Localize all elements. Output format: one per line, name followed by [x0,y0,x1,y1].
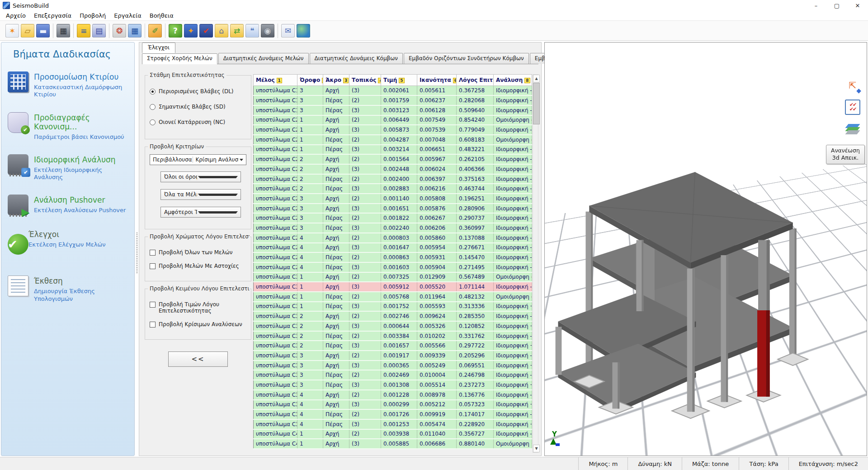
table-row[interactable]: υποστύλωμα C33Πέρας (3)0.0013080.005514 … [254,380,532,390]
sidebar-step-code-requirements[interactable]: Προδιαγραφές Κανονισμ... Παράμετροι βάσε… [8,112,130,141]
table-row[interactable]: υποστύλωμα C13Αρχή (3)0.0020610.005611 0… [254,86,532,96]
display-options-brush-icon[interactable]: ✐ [148,24,162,38]
column-header[interactable]: Λόγος Επιτελ7 [457,75,494,86]
processor-settings-icon[interactable]: ▦ [57,24,70,38]
table-row[interactable]: υποστύλωμα C13Πέρας (3)0.0031230.006128 … [254,105,532,115]
table-row[interactable]: υποστύλωμα C41Αρχή (3)0.0058850.006686 0… [254,439,532,449]
subtab[interactable]: Στροφές Χορδής Μελών [142,53,217,64]
subtab[interactable]: Διατμητικές Δυνάμεις Μελών [218,53,309,64]
open-project-icon[interactable]: ▱ [21,24,34,38]
email-support-icon[interactable]: ✉ [281,24,295,38]
menu-item[interactable]: Επεξεργασία [30,11,75,20]
column-header[interactable]: Ανάλυση8 [494,75,532,86]
sidebar-step-building-modelling[interactable]: Προσομοίωση Κτιρίου Κατασκευαστική Διαμό… [8,71,130,99]
table-row[interactable]: υποστύλωμα C31Πέρας (3)0.0017520.005593 … [254,302,532,312]
sidebar-step-report[interactable]: Έκθεση Δημιουργία Έκθεσης Υπολογισμών [8,275,130,303]
table-row[interactable]: υποστύλωμα C33Πέρας (2)0.0024690.010004 … [254,370,532,380]
sidebar-step-checks[interactable]: Έλεγχοι Εκτέλεση Ελέγχων Μελών [8,229,130,262]
scrollbar-thumb[interactable] [533,83,540,124]
table-row[interactable]: υποστύλωμα C22Πέρας (3)0.0028830.006216 … [254,184,532,194]
table-row[interactable]: υποστύλωμα C24Πέρας (2)0.0008630.005931 … [254,252,532,262]
table-row[interactable]: υποστύλωμα C21Αρχή (2)0.0064490.007549 0… [254,115,532,125]
frame-sections-icon[interactable]: ≡ [77,24,90,38]
table-row[interactable]: υποστύλωμα C31Αρχή (2)0.0073250.012909 0… [254,272,532,282]
column-header[interactable]: Όροφο2 [297,75,323,86]
table-row[interactable]: υποστύλωμα C22Αρχή (2)0.0015640.005967 0… [254,154,532,164]
table-row[interactable]: υποστύλωμα C22Αρχή (3)0.0024480.006024 0… [254,164,532,174]
calculator-icon[interactable]: ▦ [128,24,142,38]
menu-item[interactable]: Βοήθεια [146,11,178,20]
forum-icon[interactable]: ❝ [245,24,259,38]
filter-checkbox[interactable]: Προβολή Τιμών Λόγου Επιτελεστικότητας [150,301,246,314]
table-row[interactable]: υποστύλωμα C22Πέρας (2)0.0024000.006397 … [254,174,532,184]
refresh-3d-button[interactable]: Ανανέωση 3d Απεικ. [826,145,865,164]
step-subtitle[interactable]: Εκτέλεση Ελέγχων Μελών [28,241,106,248]
tab-checks[interactable]: Έλεγχοι [142,43,175,53]
table-row[interactable]: υποστύλωμα C33Αρχή (2)0.0019170.009339 0… [254,351,532,361]
performance-level-radio[interactable]: Περιορισμένες Βλάβες (DL) [150,88,246,95]
table-row[interactable]: υποστύλωμα C34Πέρας (3)0.0012530.005474 … [254,419,532,429]
table-row[interactable]: υποστύλωμα C34Αρχή (2)0.0012280.008978 0… [254,390,532,400]
scroll-down-icon[interactable]: ▼ [533,445,540,452]
filter-checkbox[interactable]: Προβολή Όλων των Μελών [150,249,246,256]
menu-item[interactable]: Εργαλεία [110,11,145,20]
column-header[interactable]: Τοπικός4 [349,75,381,86]
filter-checkbox[interactable]: Προβολή Κρίσιμων Αναλύσεων [150,321,246,328]
table-row[interactable]: υποστύλωμα C21Αρχή (3)0.0058730.007539 0… [254,125,532,135]
table-row[interactable]: υποστύλωμα C32Πέρας (3)0.0016570.005566 … [254,341,532,351]
table-row[interactable]: υποστύλωμα C31Αρχή (3)0.0059120.005520 1… [254,282,532,292]
viewer-3d-panel[interactable]: ⇱ ✔✔✔✔ Ανανέωση 3d Απεικ. Y [544,42,867,456]
scroll-up-icon[interactable]: ▲ [533,75,540,82]
table-row[interactable]: υποστύλωμα C24Αρχή (3)0.0016470.005954 0… [254,243,532,253]
table-row[interactable]: υποστύλωμα C21Πέρας (2)0.0042870.007048 … [254,135,532,145]
step-subtitle[interactable]: Κατασκευαστική Διαμόρφωση Κτιρίου [34,84,130,99]
filter-checkbox[interactable]: Προβολή Μελών Με Αστοχίες [150,263,246,269]
column-header[interactable]: Μέλος1 [254,75,297,86]
table-row[interactable]: υποστύλωμα C24Αρχή (2)0.0008030.005860 0… [254,233,532,243]
checks-display-icon[interactable]: ✔✔✔✔ [845,100,860,115]
help-icon[interactable]: ? [169,24,182,38]
user-manual-icon[interactable]: ✦ [184,24,198,38]
website-icon[interactable] [297,24,310,38]
verification-book-icon[interactable]: ✔ [199,24,213,38]
performance-level-radio[interactable]: Σημαντικές Βλάβες (SD) [150,104,246,110]
table-row[interactable]: υποστύλωμα C34Πέρας (2)0.0017260.009919 … [254,409,532,419]
performance-level-radio[interactable]: Οιονεί Κατάρρευση (NC) [150,119,246,125]
save-project-icon[interactable]: ▬ [36,24,50,38]
collapse-panel-button[interactable]: << [168,351,228,367]
table-scrollbar[interactable]: ▲ ▼ [533,74,538,453]
filter-dropdown[interactable]: Αμφότεροι Τοπικοί Άξονες [160,207,241,218]
column-header[interactable]: Ικανότητα6 [417,75,457,86]
table-row[interactable]: υποστύλωμα C32Πέρας (2)0.0033840.010202 … [254,331,532,341]
import-export-icon[interactable]: ⇄ [230,24,244,38]
video-tutorials-icon[interactable]: ◉ [261,24,274,38]
column-header[interactable]: Τιμή5 [381,75,417,86]
column-header[interactable]: Άκρο3 [323,75,349,86]
table-row[interactable]: υποστύλωμα C13Πέρας (2)0.0017590.006237 … [254,95,532,105]
sidebar-step-pushover-analysis[interactable]: Ανάλυση Pushover Εκτέλεση Αναλύσεων Push… [8,195,130,215]
menu-item[interactable]: Αρχείο [2,11,30,20]
table-row[interactable]: υποστύλωμα C24Πέρας (3)0.0016030.005904 … [254,262,532,272]
step-subtitle[interactable]: Δημιουργία Έκθεσης Υπολογισμών [34,288,130,303]
filter-dropdown[interactable]: Όλα τα Μέλη [160,189,241,200]
criteria-combo[interactable]: Περιβάλλουσα Κρίσιμη Ανάλυση [150,154,246,165]
table-row[interactable]: υποστύλωμα C23Αρχή (3)0.0016510.005876 0… [254,204,532,214]
subtab[interactable]: Διατμητικές Δυνάμεις Κόμβων [310,53,403,64]
model-viewer-icon[interactable]: ❂ [113,24,126,38]
subtab[interactable]: Εμβαδόν Οριζόντιων Συνδετήρων Κόμβων [404,53,529,64]
step-subtitle[interactable]: Εκτέλεση Αναλύσεων Pushover [34,207,126,214]
table-row[interactable]: υποστύλωμα C32Αρχή (2)0.0027460.009624 0… [254,311,532,321]
new-project-icon[interactable]: ✶ [5,24,19,38]
table-row[interactable]: υποστύλωμα C31Πέρας (2)0.0057680.011964 … [254,292,532,302]
table-row[interactable]: υποστύλωμα C33Αρχή (3)0.0003650.005249 0… [254,361,532,370]
minimize-button[interactable]: – [806,0,826,11]
step-subtitle[interactable]: Εκτέλεση Ιδιομορφικής Ανάλυσης [34,166,130,181]
sidebar-splitter[interactable] [135,41,139,457]
table-row[interactable]: υποστύλωμα C23Πέρας (2)0.0018220.006267 … [254,213,532,223]
table-row[interactable]: υποστύλωμα C23Πέρας (3)0.0022400.006206 … [254,223,532,233]
menu-item[interactable]: Προβολή [75,11,110,20]
layers-icon[interactable] [845,121,860,137]
table-row[interactable]: υποστύλωμα C41Αρχή (2)0.0039380.011040 0… [254,429,532,439]
report-template-icon[interactable]: ▤ [92,24,106,38]
deformed-shape-icon[interactable]: ⇱ [845,78,860,93]
